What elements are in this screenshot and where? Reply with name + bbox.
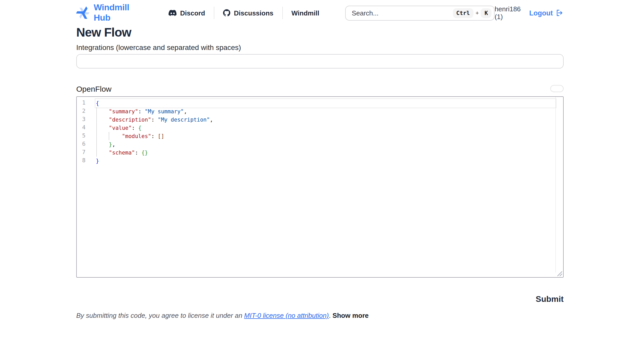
code-token: "My summary" [145,108,184,114]
brand-name: Windmill Hub [94,3,143,23]
resize-grip-icon[interactable] [556,270,563,277]
nav-item-discord[interactable]: Discord [168,9,205,17]
code-token: : [135,149,141,156]
line-number: 4 [77,124,90,132]
openflow-label: OpenFlow [76,84,112,93]
code-token: "modules" [122,133,151,139]
code-line: }, [96,140,555,148]
kbd-ctrl: Ctrl [453,8,473,18]
license-text: By submitting this code, you agree to li… [76,312,564,319]
nav-label: Discussions [234,9,273,17]
license-dot: . [329,312,332,319]
code-line: "summary": "My summary", [96,107,555,115]
openflow-toggle[interactable] [550,85,564,92]
code-line: "value": { [96,124,555,132]
line-number: 6 [77,140,90,148]
nav-divider [282,7,283,19]
openflow-row: OpenFlow [76,84,564,93]
discord-icon [168,10,176,16]
nav-label: Windmill [291,9,319,17]
code-line: "schema": {} [96,148,555,157]
code-token: { [138,125,141,131]
code-token: { [96,100,99,106]
editor-gutter: 12345678 [77,99,90,165]
windmill-logo-icon [76,6,90,20]
editor-code[interactable]: { "summary": "My summary", "description"… [96,99,555,277]
line-number: 2 [77,107,90,115]
kbd-k: K [481,8,492,18]
header: Windmill Hub Discord Discussions Windmil… [76,0,563,26]
page-title: New Flow [76,25,564,40]
search-bar: Ctrl + K [345,5,495,20]
editor-overview-ruler [555,97,556,272]
code-token: , [184,108,187,114]
code-token [96,133,122,139]
code-line: "description": "My description", [96,115,555,124]
license-prefix: By submitting this code, you agree to li… [76,312,244,319]
show-more-link[interactable]: Show more [333,312,369,319]
nav-item-discussions[interactable]: Discussions [223,9,273,17]
search-input[interactable] [351,8,453,17]
username: henri186 (1) [495,5,523,21]
code-token: : [151,133,158,139]
line-number: 8 [77,157,90,165]
kbd-plus: + [476,10,479,16]
logout-link[interactable]: Logout [529,9,563,17]
brand-link[interactable]: Windmill Hub [76,3,142,23]
code-token: } [109,141,112,147]
code-token: : [151,116,158,123]
code-token [96,108,109,114]
code-token: "description" [109,116,151,123]
github-icon [223,9,230,16]
code-token: "schema" [109,149,135,156]
code-token: "summary" [109,108,138,114]
code-line: } [96,157,555,165]
integrations-label: Integrations (lowercase and separated wi… [76,43,564,52]
line-number: 1 [77,99,90,107]
code-token: "My description" [158,116,210,123]
code-editor[interactable]: 12345678 { "summary": "My summary", "des… [76,96,564,278]
code-token: {} [141,149,148,156]
nav-item-windmill[interactable]: Windmill [291,9,319,17]
code-token: , [112,141,115,147]
code-token [96,116,109,123]
line-number: 5 [77,132,90,140]
license-link[interactable]: MIT-0 license (no attribution) [244,312,329,319]
integrations-input[interactable] [76,54,564,69]
code-token: } [96,158,99,164]
page: Windmill Hub Discord Discussions Windmil… [0,0,644,350]
nav-label: Discord [180,9,205,17]
code-token: , [210,116,213,123]
logout-label: Logout [529,9,553,17]
code-token: "value" [109,125,132,131]
code-line: "modules": [] [96,132,555,140]
line-number: 7 [77,148,90,157]
code-token [96,149,109,156]
submit-button[interactable]: Submit [536,295,564,304]
submit-row: Submit [76,295,564,305]
line-number: 3 [77,115,90,124]
logout-icon [555,9,563,16]
nav: Discord Discussions Windmill [168,7,319,19]
code-token: : [138,108,145,114]
code-token [96,141,109,147]
main-content: New Flow Integrations (lowercase and sep… [76,24,564,326]
code-token: [] [158,133,164,139]
code-token [96,125,109,131]
code-token: : [132,125,138,131]
code-line: { [96,99,555,107]
user-zone: henri186 (1) Logout [495,5,563,21]
nav-divider [214,7,214,19]
